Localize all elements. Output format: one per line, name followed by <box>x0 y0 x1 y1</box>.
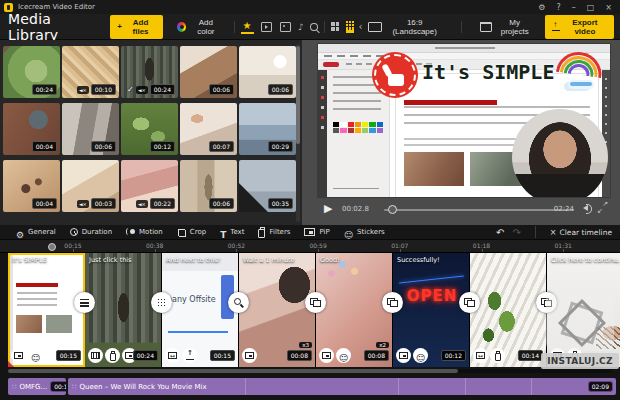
video-filter-icon[interactable] <box>261 22 272 32</box>
timeline-clip[interactable]: 00:14 <box>470 253 547 367</box>
clapperboard-icon <box>480 22 492 32</box>
library-item[interactable]: 00:06 <box>180 46 237 98</box>
library-item[interactable]: 00:24 <box>3 46 60 98</box>
tool-filters[interactable]: Filters <box>258 227 290 238</box>
ruler[interactable]: 00:1500:3800:5200:5901:0701:1801:31 <box>0 240 620 253</box>
clip-duration-badge: 00:08 <box>287 350 312 361</box>
fullscreen-icon[interactable]: ↗↙ <box>597 202 608 213</box>
library-item[interactable]: 00:06 <box>180 160 237 212</box>
transition-overlap-button[interactable] <box>382 292 403 313</box>
export-video-button[interactable]: Export video <box>545 15 614 39</box>
clip-pip-icon[interactable] <box>396 348 411 363</box>
add-color-button[interactable]: Add color <box>171 17 228 37</box>
audio-filter-icon[interactable]: ♪ <box>298 22 304 32</box>
add-files-button[interactable]: + Add files <box>110 15 163 39</box>
text-icon <box>220 223 226 242</box>
transition-lines-button[interactable] <box>74 292 95 313</box>
library-item[interactable]: 00:12 <box>121 103 178 155</box>
divider <box>324 21 325 33</box>
library-item[interactable]: 00:35 <box>239 160 296 212</box>
my-projects-button[interactable]: My projects <box>474 17 539 37</box>
timeline-clip[interactable]: pany OffsiteAnd next to this!00:15 <box>162 253 239 367</box>
transition-dots-button[interactable] <box>151 292 172 313</box>
drag-handle-icon: ∷ <box>72 383 76 391</box>
clip-inner-text: OPEN <box>397 287 467 305</box>
repeat-count-badge: x3 <box>299 342 312 348</box>
library-item[interactable]: 00:06 <box>62 103 119 155</box>
timeline-clip[interactable]: Good!x200:08 <box>316 253 393 367</box>
tool-motion[interactable]: Motion <box>126 228 163 236</box>
divider <box>234 21 235 33</box>
transition-overlap-button[interactable] <box>305 292 326 313</box>
library-item[interactable]: 00:29 <box>239 103 296 155</box>
tool-text[interactable]: Text <box>220 223 244 242</box>
library-item[interactable]: ◄×00:03 <box>62 160 119 212</box>
library-item[interactable]: ◄×00:10 <box>62 46 119 98</box>
transition-zoom-button[interactable] <box>228 292 249 313</box>
timeline-clip[interactable]: Wait a 1 minutex300:08 <box>239 253 316 367</box>
image-filter-icon[interactable] <box>280 22 291 32</box>
ruler-tick-label: 00:52 <box>228 242 245 249</box>
clip-filter-icon[interactable] <box>490 348 505 363</box>
timeline-clip[interactable]: Just click this00:24 <box>85 253 162 367</box>
clear-timeline-button[interactable]: × Clear timeline <box>550 228 612 237</box>
small-grid-view-icon[interactable] <box>346 21 354 33</box>
timeline-clip[interactable]: OPENSuccessfully!00:12 <box>393 253 470 367</box>
clip-resize-icon[interactable] <box>165 348 180 363</box>
clip-pip-icon[interactable] <box>11 348 26 363</box>
undo-icon[interactable]: ↶ <box>496 227 504 238</box>
playhead[interactable] <box>48 243 56 251</box>
clip-resize-icon[interactable] <box>473 348 488 363</box>
aspect-ratio-button[interactable]: 16:9 (Landscape) <box>362 17 449 37</box>
maximize-icon[interactable]: □ <box>587 3 595 12</box>
audio-clip-2[interactable]: ∷ Queen – We Will Rock You Movie Mix 02:… <box>68 378 616 395</box>
tool-pip[interactable]: PiP <box>304 228 329 236</box>
volume-icon[interactable] <box>580 205 588 211</box>
clip-filter-icon[interactable] <box>105 348 120 363</box>
clip-pip-icon[interactable] <box>242 348 257 363</box>
clip-columns-icon[interactable] <box>88 348 103 363</box>
play-button[interactable]: ▶ <box>324 202 332 215</box>
favorites-filter-icon[interactable]: ★ <box>241 20 254 34</box>
library-item[interactable]: ✓◄×00:24 <box>121 46 178 98</box>
audio-section-divider <box>465 378 466 395</box>
redo-icon[interactable]: ↷ <box>512 227 520 238</box>
video-preview[interactable]: It's SIMPLE <box>318 44 610 197</box>
settings-gear-icon[interactable]: ⚙ <box>538 3 545 12</box>
ruler-tick-mark <box>236 249 237 252</box>
minimize-icon[interactable]: – <box>572 3 576 12</box>
library-scrollbar-thumb[interactable] <box>296 46 300 144</box>
ruler-tick-label: 00:59 <box>309 242 326 249</box>
tool-duration[interactable]: Duration <box>70 228 112 236</box>
library-item[interactable]: 00:04 <box>3 160 60 212</box>
seek-bar[interactable] <box>384 209 574 211</box>
close-icon[interactable]: × <box>605 3 612 12</box>
library-item[interactable]: 00:04 <box>3 103 60 155</box>
library-item[interactable]: 00:06 <box>239 46 296 98</box>
ruler-tick-mark <box>482 249 483 252</box>
transition-overlap-button[interactable] <box>459 292 480 313</box>
library-item[interactable]: 00:07 <box>180 103 237 155</box>
clip-sticker-icon[interactable] <box>28 348 43 363</box>
tool-label: Motion <box>139 228 163 236</box>
tool-crop[interactable]: Crop <box>177 228 206 237</box>
tool-general[interactable]: General <box>16 223 56 242</box>
audio-clip-1[interactable]: ∷ OMFG... 00:10 <box>8 378 66 395</box>
seek-handle[interactable] <box>388 205 397 214</box>
tool-stickers[interactable]: Stickers <box>344 223 385 242</box>
large-grid-view-icon[interactable] <box>331 22 339 31</box>
check-icon: ✓ <box>127 85 134 94</box>
clip-tools-bar: GeneralDurationMotionCropTextFiltersPiPS… <box>0 225 620 240</box>
thumb-badges: 00:24 <box>32 84 57 95</box>
clip-upload-icon[interactable] <box>182 348 197 363</box>
timeline-clip[interactable]: It's SIMPLE00:15 <box>8 253 85 367</box>
search-icon[interactable] <box>310 23 318 31</box>
timeline-scrollbar-thumb[interactable] <box>8 369 458 373</box>
clip-sticker-icon[interactable] <box>336 348 351 363</box>
clip-pip-icon[interactable] <box>319 348 334 363</box>
help-icon[interactable]: ? <box>556 3 560 12</box>
ruler-tick-label: 01:31 <box>555 242 572 249</box>
library-item[interactable]: ◄×00:22 <box>121 160 178 212</box>
clip-sticker-icon[interactable] <box>413 348 428 363</box>
clip-label: It's SIMPLE <box>12 256 47 264</box>
